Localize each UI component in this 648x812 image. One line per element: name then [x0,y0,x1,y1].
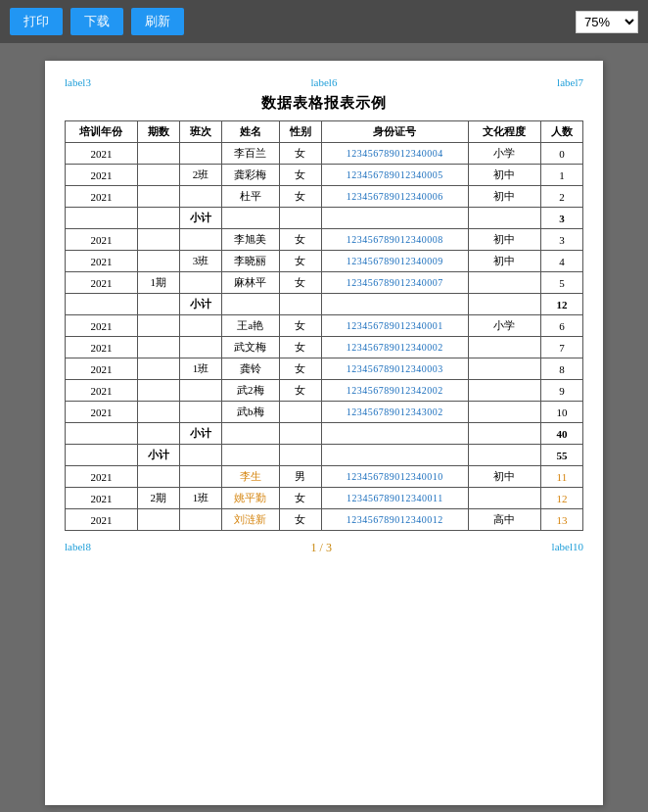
cell-count: 8 [540,358,582,380]
cell-gender: 男 [279,466,321,488]
cell-edu: 小学 [469,315,541,337]
table-row: 2021 刘涟新 女 123456789012340012 高中 13 [66,509,583,531]
cell-name: 武文梅 [222,337,279,358]
cell-edu [469,423,541,445]
cell-gender: 女 [279,337,321,358]
table-row: 2021 2期 1班 姚平勤 女 123456789012340011 12 [66,488,583,509]
cell-count: 1 [540,165,582,186]
cell-period [137,251,179,272]
cell-count: 6 [540,315,582,337]
cell-gender: 女 [279,358,321,380]
cell-edu [469,294,541,315]
table-row: 2021 李百兰 女 123456789012340004 小学 0 [66,143,583,165]
cell-class [179,315,221,337]
col-header-period: 期数 [137,121,179,143]
cell-gender: 女 [279,186,321,208]
cell-name [222,445,279,466]
cell-year: 2021 [66,488,138,509]
cell-name [222,208,279,229]
label10: label10 [552,541,583,555]
table-row: 2021 李生 男 123456789012340010 初中 11 [66,466,583,488]
cell-gender: 女 [279,272,321,294]
cell-class [179,380,221,402]
cell-id: 123456789012340006 [321,186,468,208]
cell-edu [469,337,541,358]
cell-class [179,272,221,294]
cell-gender: 女 [279,143,321,165]
cell-year: 2021 [66,315,138,337]
cell-id: 123456789012340011 [321,488,468,509]
col-header-edu: 文化程度 [469,121,541,143]
cell-year [66,294,138,315]
cell-class: 小计 [179,423,221,445]
zoom-select[interactable]: 50%75%100%125%150% [576,11,638,33]
cell-count: 7 [540,337,582,358]
cell-year [66,423,138,445]
cell-period [137,143,179,165]
cell-count: 5 [540,272,582,294]
cell-name: 武b梅 [222,402,279,423]
cell-class: 3班 [179,251,221,272]
cell-edu [469,445,541,466]
cell-edu [469,272,541,294]
cell-name: 姚平勤 [222,488,279,509]
refresh-button[interactable]: 刷新 [131,8,184,35]
cell-name: 李百兰 [222,143,279,165]
cell-class [179,509,221,531]
cell-gender: 女 [279,509,321,531]
cell-period [137,380,179,402]
page-area: label3 label6 label7 数据表格报表示例 培训年份 期数 班次… [0,43,648,812]
table-row: 2021 杜平 女 123456789012340006 初中 2 [66,186,583,208]
cell-count: 12 [540,488,582,509]
col-header-id: 身份证号 [321,121,468,143]
cell-gender [279,402,321,423]
col-header-gender: 性别 [279,121,321,143]
cell-period: 1期 [137,272,179,294]
cell-class: 1班 [179,488,221,509]
cell-id: 123456789012342002 [321,380,468,402]
cell-edu [469,208,541,229]
cell-gender: 女 [279,488,321,509]
cell-edu [469,380,541,402]
cell-name: 李晓丽 [222,251,279,272]
table-row: 2021 3班 李晓丽 女 123456789012340009 初中 4 [66,251,583,272]
download-button[interactable]: 下载 [70,8,123,35]
table-row: 2021 王a艳 女 123456789012340001 小学 6 [66,315,583,337]
cell-year: 2021 [66,229,138,251]
cell-edu: 初中 [469,466,541,488]
cell-year: 2021 [66,337,138,358]
cell-id: 123456789012340010 [321,466,468,488]
cell-edu: 小学 [469,143,541,165]
cell-period [137,402,179,423]
cell-class [179,186,221,208]
cell-class [179,445,221,466]
cell-id: 123456789012343002 [321,402,468,423]
cell-period [137,423,179,445]
report-page: label3 label6 label7 数据表格报表示例 培训年份 期数 班次… [45,61,603,805]
print-button[interactable]: 打印 [10,8,63,35]
table-row: 2021 武文梅 女 123456789012340002 7 [66,337,583,358]
cell-count: 3 [540,229,582,251]
cell-year: 2021 [66,466,138,488]
table-row: 小计 12 [66,294,583,315]
cell-period [137,208,179,229]
cell-period [137,509,179,531]
cell-name: 杜平 [222,186,279,208]
cell-id: 123456789012340008 [321,229,468,251]
table-row: 小计 40 [66,423,583,445]
toolbar: 打印 下载 刷新 50%75%100%125%150% [0,0,648,43]
table-row: 小计 55 [66,445,583,466]
page-labels-top: label3 label6 label7 [65,76,583,88]
cell-year: 2021 [66,143,138,165]
cell-name [222,423,279,445]
table-row: 2021 2班 龚彩梅 女 123456789012340005 初中 1 [66,165,583,186]
cell-name: 李旭美 [222,229,279,251]
table-row: 小计 3 [66,208,583,229]
cell-gender [279,445,321,466]
cell-edu: 初中 [469,251,541,272]
label3: label3 [65,76,91,88]
cell-count: 11 [540,466,582,488]
cell-count: 9 [540,380,582,402]
cell-period: 2期 [137,488,179,509]
cell-year: 2021 [66,186,138,208]
